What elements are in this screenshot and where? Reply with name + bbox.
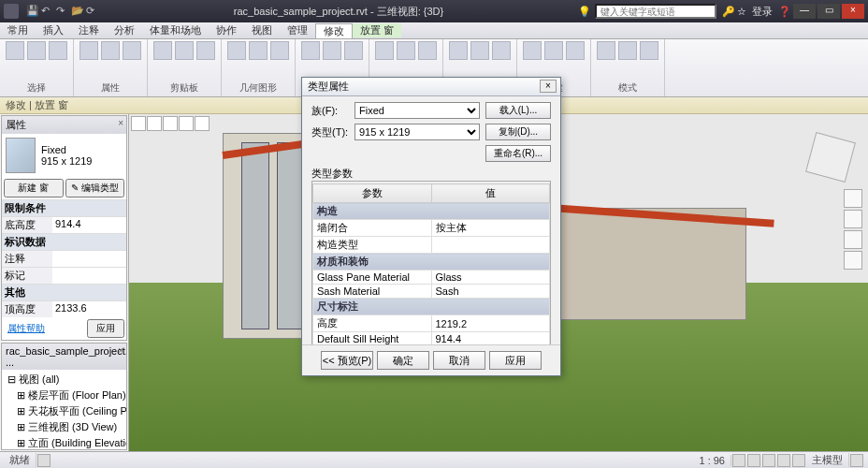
col-value[interactable]: 值 [431, 184, 550, 203]
ribbon-button[interactable] [80, 41, 98, 60]
ribbon-button[interactable] [618, 41, 637, 60]
qat-redo-icon[interactable]: ↷ [56, 5, 69, 18]
signin-link[interactable]: 登录 [752, 5, 773, 19]
properties-apply-button[interactable]: 应用 [87, 319, 124, 338]
edit-type-button[interactable]: ✎ 编辑类型 [65, 179, 125, 197]
ribbon-button[interactable] [6, 41, 24, 60]
tab-注释[interactable]: 注释 [71, 23, 107, 37]
ribbon-button[interactable] [227, 41, 246, 60]
col-param[interactable]: 参数 [313, 184, 432, 203]
ribbon-button[interactable] [123, 41, 141, 60]
tree-node[interactable]: ⊞ 楼层平面 (Floor Plan) [4, 388, 124, 403]
app-icon[interactable] [4, 4, 19, 19]
qat-sync-icon[interactable]: ⟳ [86, 5, 99, 18]
param-value[interactable]: 914.4 [431, 332, 550, 346]
type-select[interactable]: 915 x 1219 [354, 124, 480, 140]
tree-node[interactable]: ⊞ 三维视图 (3D View) [4, 419, 124, 435]
prop-value[interactable]: 2133.6 [52, 301, 126, 317]
dialog-close-icon[interactable]: × [540, 80, 557, 93]
crop-icon[interactable] [792, 454, 805, 467]
scale-display[interactable]: 1 : 96 [693, 455, 731, 466]
prop-value[interactable] [52, 268, 126, 284]
ribbon-button[interactable] [270, 41, 289, 60]
tab-常用[interactable]: 常用 [0, 23, 36, 37]
param-value[interactable]: Glass [431, 271, 550, 285]
ribbon-button[interactable] [301, 41, 320, 60]
tree-node[interactable]: ⊞ 立面 (Building Elevation) [4, 435, 124, 450]
ribbon-button[interactable] [566, 41, 585, 60]
ribbon-button[interactable] [640, 41, 658, 60]
filter-icon[interactable] [850, 454, 863, 467]
ribbon-button[interactable] [249, 41, 268, 60]
orbit-icon[interactable] [844, 251, 862, 270]
ribbon-button[interactable] [597, 41, 615, 60]
qat-open-icon[interactable]: 📂 [71, 5, 84, 18]
params-scroll[interactable]: 参数 值 构造墙闭合按主体构造类型材质和装饰Glass Pane Materia… [311, 181, 551, 345]
ribbon-button[interactable] [49, 41, 67, 60]
view-cube[interactable] [805, 132, 856, 183]
ribbon-button[interactable] [27, 41, 46, 60]
new-instance-dropdown[interactable]: 新建 窗 [4, 179, 64, 197]
tab-体量和场地[interactable]: 体量和场地 [142, 23, 209, 37]
browser-close-icon[interactable]: × [118, 345, 123, 356]
param-value[interactable]: 按主体 [431, 220, 550, 237]
rename-button[interactable]: 重命名(R)... [485, 145, 551, 162]
tab-修改[interactable]: 修改 [315, 23, 353, 38]
ribbon-button[interactable] [323, 41, 341, 60]
visual-style-icon[interactable] [747, 454, 760, 467]
ribbon-button[interactable] [153, 41, 172, 60]
ribbon-button[interactable] [492, 41, 511, 60]
prop-value[interactable] [52, 251, 126, 267]
zoom-icon[interactable] [844, 230, 862, 249]
tab-管理[interactable]: 管理 [280, 23, 315, 37]
param-value[interactable]: 1219.2 [431, 315, 550, 332]
subscription-icon[interactable]: 🔑 [722, 6, 735, 18]
pan-icon[interactable] [844, 210, 862, 228]
tab-分析[interactable]: 分析 [107, 23, 142, 37]
qat-save-icon[interactable]: 💾 [26, 5, 39, 18]
tab-协作[interactable]: 协作 [209, 23, 244, 37]
contextual-tab[interactable]: 放置 窗 [353, 23, 401, 37]
help-search-input[interactable] [595, 4, 716, 19]
ribbon-button[interactable] [470, 41, 489, 60]
ribbon-button[interactable] [397, 41, 415, 60]
ribbon-button[interactable] [196, 41, 215, 60]
main-model-label[interactable]: 主模型 [806, 453, 849, 467]
favorite-icon[interactable]: ☆ [737, 6, 746, 18]
help-dropdown-icon[interactable]: ❓ [778, 6, 791, 18]
type-selector[interactable]: Fixed 915 x 1219 [2, 134, 126, 177]
ribbon-button[interactable] [101, 41, 120, 60]
sun-path-icon[interactable] [762, 454, 775, 467]
tree-node[interactable]: ⊞ 天花板平面 (Ceiling Plan) [4, 403, 124, 419]
tab-视图[interactable]: 视图 [244, 23, 280, 37]
ribbon-button[interactable] [544, 41, 563, 60]
duplicate-button[interactable]: 复制(D)... [485, 124, 551, 140]
dialog-apply-button[interactable]: 应用 [489, 351, 542, 370]
minimize-button[interactable]: — [793, 4, 816, 19]
qat-undo-icon[interactable]: ↶ [41, 5, 54, 18]
ribbon-button[interactable] [344, 41, 363, 60]
steering-wheel-icon[interactable] [844, 189, 862, 208]
ribbon-button[interactable] [175, 41, 194, 60]
preview-button[interactable]: << 预览(P) [321, 351, 373, 370]
ribbon-button[interactable] [418, 41, 437, 60]
ribbon-button[interactable] [523, 41, 542, 60]
load-button[interactable]: 载入(L)... [485, 102, 551, 119]
cancel-button[interactable]: 取消 [433, 351, 485, 370]
family-select[interactable]: Fixed [354, 102, 480, 119]
maximize-button[interactable]: ▭ [817, 4, 840, 19]
prop-value[interactable]: 914.4 [52, 217, 126, 233]
close-button[interactable]: × [842, 4, 864, 19]
worksets-icon[interactable] [37, 454, 51, 467]
properties-help-link[interactable]: 属性帮助 [4, 320, 49, 337]
vp-icon[interactable] [147, 116, 162, 131]
vp-icon[interactable] [131, 116, 146, 131]
param-value[interactable] [431, 237, 550, 254]
ribbon-button[interactable] [449, 41, 468, 60]
tree-node[interactable]: ⊟ 视图 (all) [4, 372, 124, 388]
ok-button[interactable]: 确定 [377, 351, 429, 370]
shadows-icon[interactable] [777, 454, 790, 467]
tab-插入[interactable]: 插入 [36, 23, 71, 37]
detail-level-icon[interactable] [732, 454, 745, 467]
ribbon-button[interactable] [375, 41, 394, 60]
